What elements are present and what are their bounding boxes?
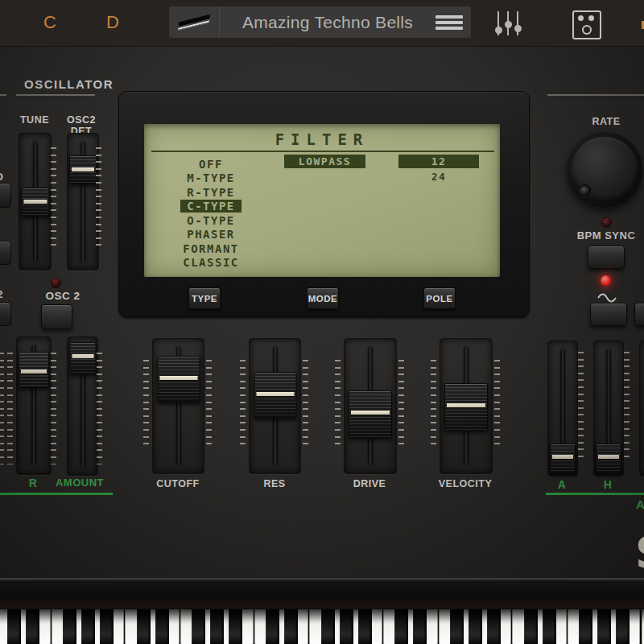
rate-knob[interactable] [567,132,642,208]
black-key[interactable] [469,609,482,644]
osc2-det-slider[interactable] [67,133,99,270]
black-key[interactable] [487,609,501,644]
lfo-wave-button[interactable] [590,303,627,326]
amount-slider-cap[interactable] [69,342,96,374]
bpm-sync-led [601,217,612,228]
osc2-button[interactable] [41,304,72,329]
velocity-slider-cap[interactable] [444,383,488,431]
res-slider[interactable] [249,338,301,474]
black-key[interactable] [358,609,372,644]
black-key[interactable] [100,609,114,644]
lcd-menu-item-formant[interactable]: FORMANT [150,242,272,256]
black-key[interactable] [579,609,592,644]
black-key[interactable] [210,609,224,644]
tick-marks [624,352,630,459]
env-left-underline [0,493,113,495]
black-key[interactable] [450,609,464,644]
keyboard-housing [0,578,644,609]
lcd-pole-value-24[interactable]: 24 [398,170,479,183]
black-key[interactable] [7,609,21,644]
pole-button[interactable]: POLE [423,287,456,309]
res-label: RES [246,478,303,489]
lcd-menu-item-o-type[interactable]: O-TYPE [150,213,272,228]
lcd-pole-value-12[interactable]: 12 [398,155,479,168]
edge-button-fragment[interactable] [0,302,11,326]
preset-name[interactable]: Amazing Techno Bells [220,13,436,32]
black-key[interactable] [616,609,630,644]
lcd-menu-item-m-type[interactable]: M-TYPE [150,171,272,186]
amount-slider[interactable] [67,336,98,476]
tick-marks [303,360,308,448]
tick-marks [97,353,102,464]
rate-knob-face [572,137,638,203]
drive-slider[interactable] [344,338,397,474]
lfo-section-underline [547,94,644,96]
lcd-divider [151,151,494,152]
black-key[interactable] [81,609,95,644]
edge-button-fragment[interactable] [634,303,644,326]
tick-marks [51,353,56,464]
osc2-led [51,278,61,288]
tick-marks [240,360,246,448]
lcd-menu-item-off[interactable]: OFF [150,157,272,171]
black-key[interactable] [524,609,538,644]
black-key[interactable] [26,609,39,644]
edge-green-label-fragment: AM [636,497,644,511]
hold-label: H [596,478,620,491]
lcd-menu-item-classic[interactable]: CLASSIC [150,256,272,270]
release-label: R [21,477,45,489]
mode-button[interactable]: MODE [307,287,339,309]
attack-slider[interactable] [547,341,578,477]
black-key[interactable] [266,609,279,644]
drive-slider-cap[interactable] [349,390,392,438]
part-c-selector[interactable]: C [43,12,56,33]
lcd-mode-value[interactable]: LOWPASS [284,155,365,168]
instrument-button[interactable] [169,6,220,38]
lcd-menu-item-c-type[interactable]: C-TYPE [150,200,272,214]
black-key[interactable] [413,609,427,644]
edge-button-fragment[interactable] [0,241,11,265]
edge-button-fragment[interactable] [0,183,11,208]
black-key[interactable] [192,609,205,644]
black-key[interactable] [137,609,151,644]
bpm-sync-button[interactable] [588,246,625,269]
mixer-icon[interactable] [497,11,521,35]
edge-slider-fragment[interactable] [639,341,644,477]
osc2-det-slider-cap[interactable] [69,155,97,184]
release-slider[interactable] [16,336,52,475]
velocity-slider[interactable] [440,338,493,474]
tick-marks [51,147,56,251]
black-key[interactable] [340,609,353,644]
hold-slider[interactable] [593,341,624,477]
black-key[interactable] [155,609,169,644]
hamburger-menu-icon[interactable] [436,15,463,30]
cutoff-slider[interactable] [152,338,204,474]
black-key[interactable] [63,609,76,644]
tune-slider-cap[interactable] [21,188,49,217]
black-key[interactable] [284,609,298,644]
amount-label: AMOUNT [52,477,108,489]
oscillator-section-title: OSCILLATOR [24,77,114,91]
effects-pedal-icon[interactable] [572,10,601,39]
white-key[interactable] [642,609,644,644]
release-slider-cap[interactable] [19,352,49,388]
black-key[interactable] [321,609,335,644]
attack-label: A [550,478,574,491]
attack-slider-cap[interactable] [550,444,576,473]
tick-marks [206,360,212,448]
preset-selector[interactable]: Amazing Techno Bells [169,6,471,38]
lcd-menu-item-phaser[interactable]: PHASER [150,228,272,242]
bpm-sync-label: BPM SYNC [574,229,638,242]
lcd-menu-item-r-type[interactable]: R-TYPE [150,185,272,200]
cutoff-slider-cap[interactable] [157,356,200,402]
black-key[interactable] [229,609,242,644]
hold-slider-cap[interactable] [596,444,621,473]
black-key[interactable] [597,609,611,644]
part-d-selector[interactable]: D [106,12,119,33]
black-key[interactable] [394,609,408,644]
knob-dimple [579,184,591,196]
type-button[interactable]: TYPE [188,287,221,309]
tune-slider[interactable] [19,133,52,270]
black-key[interactable] [543,609,556,644]
res-slider-cap[interactable] [254,372,296,419]
